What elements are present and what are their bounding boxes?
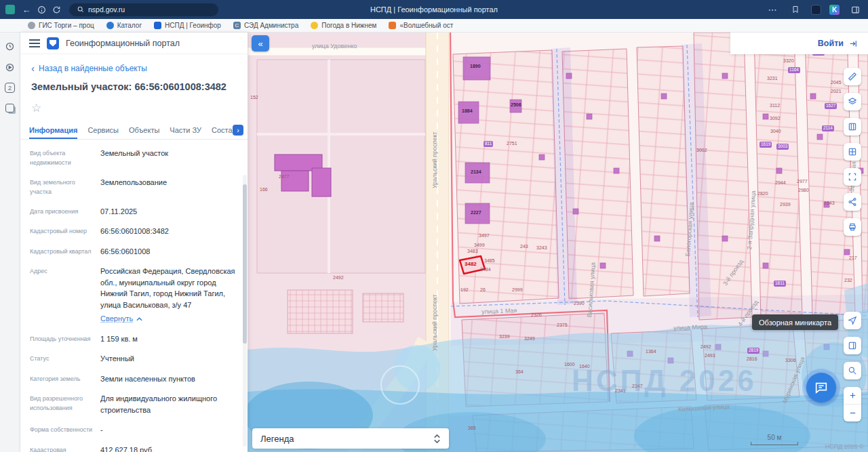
print-button[interactable] xyxy=(844,218,861,236)
field-row: Кадастровый квартал66:56:0601008 xyxy=(30,246,238,258)
play-circle-icon[interactable] xyxy=(4,62,16,73)
field-row: Кадастровый номер66:56:0601008:3482 xyxy=(30,226,238,237)
field-label: Кадастровая стоимость xyxy=(30,445,100,452)
legend-bar[interactable]: Легенда xyxy=(252,428,449,449)
bookmark-item[interactable]: НСПД | Геоинфор xyxy=(149,20,226,31)
nspd-logo[interactable] xyxy=(47,37,59,49)
field-value: Земли населенных пунктов xyxy=(100,373,195,385)
tab-count-badge[interactable]: 2 xyxy=(5,83,15,93)
grid-tool-button[interactable] xyxy=(844,143,861,161)
extent-frame-button[interactable] xyxy=(844,168,861,186)
field-label: Вид объекта недвижимости xyxy=(30,148,100,168)
panel-tabs: Информация Сервисы Объекты Части ЗУ Сост… xyxy=(20,122,248,140)
nspd-icon xyxy=(154,22,161,29)
bookmark-item[interactable]: «Волшебный ост xyxy=(384,20,458,31)
zoom-out-button[interactable] xyxy=(844,405,861,422)
url-text: nspd.gov.ru xyxy=(88,5,125,14)
measure-tool-button[interactable] xyxy=(844,68,861,85)
site-icon xyxy=(389,22,396,29)
zoom-in-button[interactable] xyxy=(844,387,861,405)
field-label: Кадастровый номер xyxy=(30,226,100,237)
sidebar-toggle-icon[interactable] xyxy=(848,2,863,17)
chevron-up-icon xyxy=(136,317,142,321)
field-row: Площадь уточненная1 159 кв. м xyxy=(30,333,238,345)
browser-window: ← nspd.gov.ru НСПД | Геоинформационный п… xyxy=(0,0,868,452)
bookmark-item[interactable]: ГИС Торги – проц xyxy=(23,20,99,31)
field-value: - xyxy=(100,424,103,436)
field-label: Вид разрешенного использования xyxy=(30,393,100,415)
bookmark-item[interactable]: Каталог xyxy=(102,20,146,31)
map-graphics xyxy=(248,33,868,452)
object-fields: Вид объекта недвижимостиЗемельный участо… xyxy=(20,140,248,452)
field-label: Адрес xyxy=(30,266,100,325)
chat-bubble-icon xyxy=(814,380,829,395)
panel-scrollbar[interactable] xyxy=(243,175,247,447)
object-panel: Геоинформационный портал ‹ Назад в найде… xyxy=(20,33,248,452)
share-button[interactable] xyxy=(844,193,861,211)
favorite-star-icon[interactable]: ☆ xyxy=(31,101,45,115)
field-label: Площадь уточненная xyxy=(30,333,100,345)
browser-side-strip: 2 xyxy=(0,33,20,452)
sort-chevrons-icon xyxy=(433,434,441,444)
login-bar[interactable]: Войти xyxy=(730,33,868,54)
zoom-controls xyxy=(844,387,861,422)
collections-icon[interactable] xyxy=(4,102,16,114)
field-row: Вид земельного участкаЗемлепользование xyxy=(30,177,238,197)
minimap-tooltip: Обзорная миникарта xyxy=(752,314,838,330)
bookmark-item[interactable]: ССЭД Администра xyxy=(229,20,303,31)
favorites-icon[interactable] xyxy=(788,2,803,17)
overview-minimap-button[interactable] xyxy=(844,312,861,329)
chevron-left-icon: ‹ xyxy=(31,65,35,72)
field-value: 66:56:0601008:3482 xyxy=(100,226,169,237)
login-button[interactable]: Войти xyxy=(818,39,844,48)
basemap-button[interactable] xyxy=(844,118,861,136)
address-bar[interactable]: nspd.gov.ru xyxy=(69,3,218,16)
field-row: Вид объекта недвижимостиЗемельный участо… xyxy=(30,148,238,168)
tab-actions-icon[interactable] xyxy=(5,5,15,14)
portal-title: Геоинформационный портал xyxy=(66,39,180,48)
info-icon[interactable] xyxy=(34,2,49,17)
back-to-results-link[interactable]: ‹ Назад в найденные объекты xyxy=(31,64,237,73)
portal-header: Геоинформационный портал xyxy=(20,33,248,54)
identify-layers-button[interactable] xyxy=(844,362,861,379)
map-copyright: НСПД 2026 © xyxy=(825,443,864,450)
cadastral-map[interactable]: улица УдовенкоУральский проспектУральски… xyxy=(248,33,868,452)
chat-assistant-button[interactable] xyxy=(806,373,836,403)
layers-button[interactable] xyxy=(844,93,861,110)
field-label: Кадастровый квартал xyxy=(30,246,100,258)
legend-label: Легенда xyxy=(260,434,294,444)
tab-services[interactable]: Сервисы xyxy=(87,122,119,139)
tab-information[interactable]: Информация xyxy=(29,122,77,139)
field-label: Статус xyxy=(30,353,100,365)
profile-avatar[interactable] xyxy=(811,5,821,15)
field-label: Форма собственности xyxy=(30,424,100,436)
field-value: Российская Федерация, Свердловская обл.,… xyxy=(100,266,238,325)
field-row: СтатусУчтенный xyxy=(30,353,238,365)
back-icon[interactable]: ← xyxy=(19,2,34,17)
kaspersky-extension-icon[interactable]: K xyxy=(829,5,840,15)
side-panel-button[interactable] xyxy=(844,337,861,354)
tab-objects[interactable]: Объекты xyxy=(129,122,159,139)
more-icon[interactable]: ⋯ xyxy=(765,2,780,17)
menu-icon[interactable] xyxy=(29,39,40,47)
field-row-address: Адрес Российская Федерация, Свердловская… xyxy=(30,266,238,325)
scale-label: 50 м xyxy=(751,434,798,441)
panel-scrollbar-thumb[interactable] xyxy=(243,184,247,344)
field-row: Категория земельЗемли населенных пунктов xyxy=(30,373,238,385)
scale-bar: 50 м xyxy=(751,434,798,445)
tabs-scroll-right-button[interactable]: › xyxy=(233,125,243,136)
sessions-icon[interactable] xyxy=(4,41,16,52)
field-value: Земельный участок xyxy=(100,148,168,168)
field-value: 1 159 кв. м xyxy=(100,333,138,345)
bookmarks-bar: ГИС Торги – проц Каталог НСПД | Геоинфор… xyxy=(0,19,868,33)
tab-parts[interactable]: Части ЗУ xyxy=(170,122,201,139)
panel-collapse-button[interactable]: « xyxy=(252,35,269,52)
login-icon xyxy=(848,39,859,48)
field-row: Форма собственности- xyxy=(30,424,238,436)
collapse-address-link[interactable]: Свернуть xyxy=(100,313,142,325)
reload-icon[interactable] xyxy=(49,2,64,17)
field-label: Дата присвоения xyxy=(30,206,100,218)
browser-titlebar: ← nspd.gov.ru НСПД | Геоинформационный п… xyxy=(0,0,868,19)
bookmark-item[interactable]: Погода в Нижнем xyxy=(306,20,381,31)
field-value: Для индивидуального жилищного строительс… xyxy=(100,393,238,415)
